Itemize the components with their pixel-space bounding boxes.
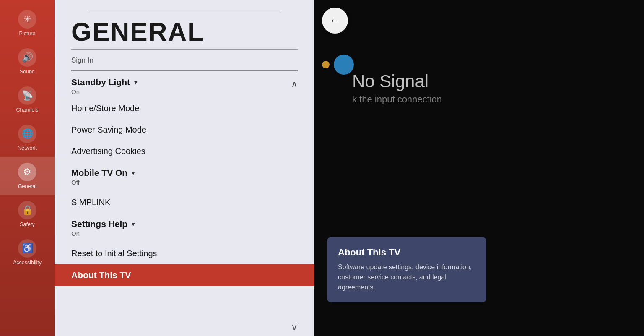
sidebar-item-general[interactable]: ⚙ General (0, 157, 55, 195)
amber-dot (322, 61, 330, 68)
scroll-down-icon: ∨ (291, 322, 298, 333)
about-card-description: Software update settings, device informa… (338, 262, 475, 292)
sidebar-item-picture[interactable]: ✳ Picture (0, 4, 55, 42)
menu-item-reset[interactable]: Reset to Initial Settings (55, 243, 314, 264)
sidebar-item-channels[interactable]: 📡 Channels (0, 81, 55, 119)
menu-item-power-saving[interactable]: Power Saving Mode (55, 119, 314, 141)
back-icon: ← (329, 14, 341, 27)
menu-item-advertising-cookies[interactable]: Advertising Cookies (55, 141, 314, 162)
channels-icon: 📡 (18, 86, 36, 105)
no-signal-subtitle: k the input connection (352, 94, 442, 105)
menu-item-mobile-tv[interactable]: Mobile TV On ▾ Off (55, 162, 314, 192)
sidebar-item-accessibility[interactable]: ♿ Accessibility (0, 233, 55, 271)
sidebar-label-general: General (18, 183, 36, 189)
sidebar-item-network[interactable]: 🌐 Network (0, 119, 55, 157)
about-tv-card: About This TV Software update settings, … (327, 237, 486, 302)
sidebar-label-channels: Channels (16, 107, 39, 113)
sidebar-item-sound[interactable]: 🔊 Sound (0, 42, 55, 81)
menu-item-home-store-mode[interactable]: Home/Store Mode (55, 98, 314, 119)
settings-help-chevron: ▾ (132, 221, 135, 227)
standby-light-collapse-icon: ∧ (291, 79, 298, 90)
sidebar-label-network: Network (18, 145, 37, 151)
network-icon: 🌐 (18, 125, 36, 143)
page-title: GENERAL (71, 18, 298, 46)
picture-icon: ✳ (18, 10, 36, 29)
indicator-dots (322, 55, 354, 75)
advertising-cookies-label: Advertising Cookies (71, 146, 298, 156)
sidebar-label-safety: Safety (20, 221, 34, 227)
sound-icon: 🔊 (18, 48, 36, 67)
standby-light-chevron: ▾ (134, 79, 137, 86)
menu-item-simplink[interactable]: SIMPLINK (55, 192, 314, 213)
top-divider (88, 13, 281, 13)
main-header: GENERAL (55, 0, 314, 46)
standby-light-label: Standby Light ▾ (71, 77, 298, 87)
menu-item-standby-light[interactable]: Standby Light ▾ On ∧ (55, 71, 314, 98)
accessibility-icon: ♿ (18, 239, 36, 258)
home-store-label: Home/Store Mode (71, 104, 298, 113)
safety-icon: 🔒 (18, 201, 36, 219)
about-tv-label: About This TV (71, 270, 298, 280)
about-card-title: About This TV (338, 247, 475, 258)
sidebar-label-sound: Sound (20, 69, 35, 75)
sign-in-label: Sign In (71, 56, 93, 64)
power-saving-label: Power Saving Mode (71, 125, 298, 135)
mobile-tv-label: Mobile TV On ▾ (71, 168, 298, 178)
blue-dot (334, 55, 354, 75)
simplink-label: SIMPLINK (71, 198, 298, 207)
settings-help-label: Settings Help ▾ (71, 219, 298, 229)
menu-list: Standby Light ▾ On ∧ Home/Store Mode Pow… (55, 71, 314, 336)
sign-in-row[interactable]: Sign In (55, 55, 314, 69)
back-button[interactable]: ← (322, 8, 348, 34)
menu-item-settings-help[interactable]: Settings Help ▾ On (55, 213, 314, 243)
menu-item-about-tv[interactable]: About This TV (55, 264, 314, 286)
general-icon: ⚙ (18, 163, 36, 181)
sidebar-label-accessibility: Accessibility (13, 260, 42, 266)
sidebar-item-safety[interactable]: 🔒 Safety (0, 195, 55, 233)
mobile-tv-value: Off (71, 179, 298, 186)
no-signal-area: No Signal k the input connection (352, 71, 442, 105)
standby-light-value: On (71, 88, 298, 95)
header-divider (71, 49, 298, 50)
reset-label: Reset to Initial Settings (71, 249, 298, 258)
no-signal-title: No Signal (352, 71, 442, 91)
sidebar-label-picture: Picture (19, 31, 36, 36)
tv-screen: ← No Signal k the input connection About… (314, 0, 644, 336)
mobile-tv-chevron: ▾ (132, 169, 135, 176)
main-panel: GENERAL Sign In Standby Light ▾ On ∧ Hom… (55, 0, 314, 336)
settings-help-value: On (71, 230, 298, 237)
sidebar: ✳ Picture 🔊 Sound 📡 Channels 🌐 Network ⚙… (0, 0, 55, 336)
